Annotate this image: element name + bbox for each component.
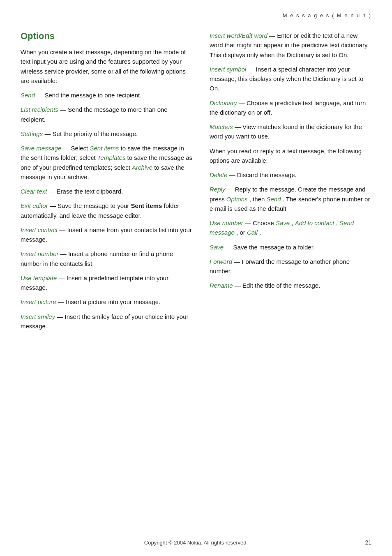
- entry-insert-symbol: Insert symbol — Insert a special charact…: [210, 65, 371, 93]
- page-container: M e s s a g e s ( M e n u 1 ) Options Wh…: [0, 0, 392, 556]
- desc-clear-text: — Erase the text clipboard.: [48, 188, 123, 195]
- page-number: 21: [365, 539, 371, 546]
- desc-use-number-3: ,: [336, 219, 339, 226]
- desc-insert-picture: — Insert a picture into your message.: [58, 298, 160, 305]
- term-reply-send: Send: [266, 196, 281, 203]
- entry-clear-text: Clear text — Erase the text clipboard.: [21, 187, 193, 196]
- bold-sent-items: Sent items: [131, 202, 162, 209]
- desc-delete: — Discard the message.: [229, 171, 297, 178]
- term-rename: Rename: [210, 282, 233, 289]
- entry-delete: Delete — Discard the message.: [210, 170, 371, 180]
- entry-insert-smiley: Insert smiley — Insert the smiley face o…: [21, 312, 193, 331]
- term-list-recipients: List recipients: [21, 106, 58, 113]
- term-settings: Settings: [21, 130, 43, 137]
- entry-exit-editor: Exit editor — Save the message to your S…: [21, 201, 193, 220]
- term-insert-number: Insert number: [21, 250, 59, 257]
- term-save-folder: Save: [210, 244, 224, 251]
- entry-use-template: Use template — Insert a predefined templ…: [21, 273, 193, 293]
- term-save: Save: [276, 219, 290, 226]
- right-column: Insert word/Edit word — Enter or edit th…: [210, 31, 371, 336]
- desc-use-number-4: , or: [236, 229, 247, 236]
- term-insert-edit-word: Insert word/Edit word: [210, 32, 267, 39]
- desc-settings: — Set the priority of the message.: [44, 130, 138, 137]
- term-insert-symbol: Insert symbol: [210, 66, 246, 73]
- entry-insert-number: Insert number — Insert a phone number or…: [21, 249, 193, 268]
- term-reply: Reply: [210, 186, 225, 193]
- entry-forward: Forward — Forward the message to another…: [210, 257, 371, 276]
- desc-exit-editor-1: — Save the message to your: [50, 202, 131, 209]
- term-use-number: Use number: [210, 219, 243, 226]
- term-add-to-contact: Add to contact: [295, 219, 334, 226]
- term-delete: Delete: [210, 171, 227, 178]
- desc-reply-2: , then: [249, 196, 267, 203]
- desc-save-message-1: — Select: [63, 145, 90, 152]
- term-sent-items: Sent items: [90, 145, 119, 152]
- left-column: Options When you create a text message, …: [21, 31, 193, 336]
- desc-use-number-2: ,: [291, 219, 295, 226]
- desc-save-folder: — Save the message to a folder.: [225, 244, 315, 251]
- term-insert-contact: Insert contact: [21, 226, 58, 233]
- entry-save: Save — Save the message to a folder.: [210, 242, 371, 252]
- entry-use-number: Use number — Choose Save , Add to contac…: [210, 218, 371, 238]
- entry-dictionary: Dictionary — Choose a predictive text la…: [210, 98, 371, 118]
- term-use-template: Use template: [21, 275, 57, 281]
- entry-insert-contact: Insert contact — Insert a name from your…: [21, 225, 193, 245]
- content-columns: Options When you create a text message, …: [21, 31, 371, 336]
- page-header: M e s s a g e s ( M e n u 1 ): [21, 12, 371, 18]
- term-reply-options: Options: [226, 196, 248, 203]
- term-dictionary: Dictionary: [210, 99, 237, 106]
- entry-reply: Reply — Reply to the message. Create the…: [210, 185, 371, 213]
- entry-list-recipients: List recipients — Send the message to mo…: [21, 105, 193, 124]
- entry-settings: Settings — Set the priority of the messa…: [21, 129, 193, 138]
- entry-send: Send — Send the message to one recipient…: [21, 90, 193, 100]
- term-archive: Archive: [132, 164, 152, 171]
- term-exit-editor: Exit editor: [21, 202, 48, 209]
- intro-paragraph: When you create a text message, dependin…: [21, 47, 193, 85]
- entry-matches: Matches — View matches found in the dict…: [210, 122, 371, 141]
- copyright-text: Copyright © 2004 Nokia. All rights reser…: [144, 540, 248, 546]
- term-insert-smiley: Insert smiley: [21, 313, 55, 320]
- desc-use-number-5: .: [259, 229, 261, 236]
- section-title: Options: [21, 31, 193, 42]
- term-clear-text: Clear text: [21, 188, 47, 195]
- desc-rename: — Edit the title of the message.: [235, 282, 320, 289]
- entry-insert-edit-word: Insert word/Edit word — Enter or edit th…: [210, 31, 371, 60]
- entry-save-message: Save message — Select Sent items to save…: [21, 143, 193, 182]
- read-reply-intro: When you read or reply to a text message…: [210, 146, 371, 166]
- term-forward: Forward: [210, 258, 232, 265]
- term-save-message: Save message: [21, 145, 61, 152]
- term-call: Call: [247, 229, 258, 236]
- entry-insert-picture: Insert picture — Insert a picture into y…: [21, 297, 193, 307]
- footer: Copyright © 2004 Nokia. All rights reser…: [0, 540, 392, 546]
- term-send: Send: [21, 92, 35, 99]
- desc-use-number-1: — Choose: [245, 219, 276, 226]
- entry-rename: Rename — Edit the title of the message.: [210, 281, 371, 290]
- term-templates: Templates: [97, 154, 126, 161]
- term-matches: Matches: [210, 123, 233, 130]
- header-text: M e s s a g e s ( M e n u 1 ): [283, 12, 371, 18]
- desc-send: — Send the message to one recipient.: [37, 92, 141, 99]
- term-insert-picture: Insert picture: [21, 298, 56, 305]
